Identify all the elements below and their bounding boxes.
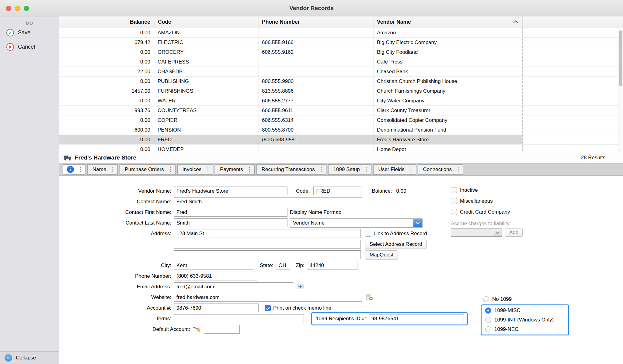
table-row[interactable]: 0.00 AMAZON Amazon bbox=[59, 28, 618, 38]
recipient-id-field[interactable] bbox=[369, 314, 464, 323]
save-label: Save bbox=[18, 29, 30, 36]
table-row[interactable]: 0.00 FRED (800) 633-9581 Fred's Hardware… bbox=[59, 135, 618, 145]
email-row: Email Address: bbox=[59, 281, 623, 292]
tab-invoices[interactable]: Invoices ⋮ bbox=[177, 164, 213, 175]
drag-handle-icon: ⋮ bbox=[455, 167, 461, 172]
collapse-label: Collapse bbox=[16, 355, 36, 361]
broom-icon[interactable] bbox=[193, 326, 201, 333]
address-line2-field[interactable] bbox=[174, 240, 361, 249]
sidebar: DO ✓ Save × Cancel « Collapse bbox=[0, 16, 59, 364]
table-row[interactable]: 0.00 COPIER 606.555.6314 Consolidated Co… bbox=[59, 115, 618, 125]
tab-1099-setup[interactable]: 1099 Setup ⋮ bbox=[328, 164, 371, 175]
record-title: Fred's Hardware Store bbox=[75, 154, 136, 161]
link-address-label: Link to Address Record bbox=[374, 231, 427, 237]
dropdown-arrow-icon[interactable] bbox=[494, 228, 502, 236]
select-address-record-button[interactable]: Select Address Record bbox=[365, 240, 427, 249]
code-field[interactable] bbox=[313, 187, 361, 195]
table-row[interactable]: 1457.00 FURNISHINGS 813.555.8896 Church … bbox=[59, 86, 618, 96]
balance-value: 0.00 bbox=[396, 188, 406, 194]
state-field[interactable] bbox=[276, 261, 290, 270]
tab-list: Name ⋮ Purchase Orders ⋮ Invoices ⋮ bbox=[87, 164, 465, 175]
default-account-field[interactable] bbox=[204, 325, 240, 334]
address-line1-field[interactable] bbox=[174, 229, 361, 238]
contact-name-field[interactable] bbox=[174, 197, 362, 206]
contact-last-name-label: Contact Last Name: bbox=[59, 220, 171, 226]
table-row[interactable]: 0.00 WATER 606.555.2777 City Water Compa… bbox=[59, 96, 618, 106]
website-field[interactable] bbox=[174, 293, 362, 302]
city-field[interactable] bbox=[174, 261, 254, 270]
vendor-name-field[interactable] bbox=[174, 187, 287, 195]
checkbox-credit-card-company[interactable]: Credit Card Company bbox=[451, 207, 523, 218]
traffic-lights bbox=[6, 6, 29, 11]
address-line3-field[interactable] bbox=[174, 250, 361, 259]
column-header-vendor-name[interactable]: Vendor Name bbox=[374, 16, 522, 28]
close-button[interactable] bbox=[6, 6, 11, 11]
mapquest-button[interactable]: MapQuest bbox=[365, 250, 398, 259]
table-row[interactable]: 679.42 ELECTRIC 606.555.9166 Big City El… bbox=[59, 38, 618, 47]
contact-name-row: Contact Name: bbox=[59, 196, 623, 207]
tab-name[interactable]: Name ⋮ bbox=[87, 164, 118, 175]
radio-1099-int-windows-only-[interactable]: 1099-INT (Windows Only) bbox=[485, 315, 568, 325]
table-row[interactable]: 0.00 HOMEDEP Home Depot bbox=[59, 145, 618, 152]
display-name-format-dropdown[interactable]: Vendor Name bbox=[290, 218, 423, 228]
tab-info[interactable]: i ⋮ bbox=[63, 164, 85, 175]
contact-first-name-field[interactable] bbox=[174, 208, 287, 217]
zoom-button[interactable] bbox=[24, 6, 29, 11]
table-row[interactable]: 993.76 COUNTYTREAS 606.555.9611 Clark Co… bbox=[59, 106, 618, 115]
accrue-liability-dropdown[interactable] bbox=[451, 228, 502, 237]
minimize-button[interactable] bbox=[15, 6, 20, 11]
collapse-button[interactable]: « Collapse bbox=[0, 351, 59, 364]
dropdown-arrow-icon[interactable] bbox=[413, 219, 422, 227]
checkbox-icon bbox=[451, 209, 457, 215]
table-row[interactable]: 22.00 CHASEDB Chased Bank bbox=[59, 67, 618, 77]
double-chevron-left-icon: « bbox=[5, 354, 12, 362]
terms-field[interactable] bbox=[174, 314, 304, 323]
zip-field[interactable] bbox=[307, 261, 357, 270]
checkbox-inactive[interactable]: Inactive bbox=[451, 185, 523, 196]
radio-group-highlight-box: 1099-MISC 1099-INT (Windows Only) 1099-N… bbox=[481, 304, 569, 335]
radio-no-1099[interactable]: No 1099 bbox=[483, 295, 512, 304]
radio-1099-misc[interactable]: 1099-MISC bbox=[485, 306, 568, 315]
tab-payments[interactable]: Payments ⋮ bbox=[215, 164, 255, 175]
table-row[interactable]: 0.00 PUBLISHING 800.555.9900 Christian C… bbox=[59, 77, 618, 86]
checkbox-icon bbox=[451, 198, 457, 204]
column-header-empty bbox=[522, 16, 623, 28]
account-field[interactable] bbox=[174, 304, 259, 312]
add-liability-button[interactable]: Add bbox=[505, 228, 523, 237]
save-button[interactable]: ✓ Save bbox=[0, 26, 59, 40]
balance-label: Balance: bbox=[372, 188, 392, 194]
table-row[interactable]: 600.00 PENSION 800.555.8700 Denomination… bbox=[59, 125, 618, 135]
city-state-zip-row: City: State: Zip: bbox=[59, 260, 623, 271]
tab-recurring-transactions[interactable]: Recurring Transactions ⋮ bbox=[256, 164, 326, 175]
vendor-records-window: Vendor Records DO ✓ Save × Cancel « Coll… bbox=[0, 0, 623, 364]
address-row-3: MapQuest bbox=[59, 249, 623, 260]
tab-user-fields[interactable]: User Fields ⋮ bbox=[373, 164, 416, 175]
code-label: Code: bbox=[296, 188, 310, 194]
address-row-1: Address: Link to Address Record bbox=[59, 228, 623, 239]
recipient-id-label: 1099 Recipient's ID #: bbox=[316, 316, 366, 322]
checkbox-miscellaneous[interactable]: Miscellaneous bbox=[451, 196, 523, 207]
table-row[interactable]: 0.00 CAFEPRESS Cafe Press bbox=[59, 57, 618, 67]
web-page-icon[interactable] bbox=[366, 294, 373, 301]
drag-handle-icon: ⋮ bbox=[364, 167, 369, 172]
print-memo-checkbox[interactable] bbox=[265, 305, 271, 311]
send-email-icon[interactable] bbox=[297, 283, 304, 290]
tab-connections[interactable]: Connections ⋮ bbox=[418, 164, 464, 175]
default-account-label: Default Account: bbox=[59, 326, 190, 332]
radio-1099-nec[interactable]: 1099-NEC bbox=[485, 325, 568, 334]
check-circle-icon: ✓ bbox=[6, 29, 14, 36]
link-address-checkbox[interactable] bbox=[365, 231, 371, 237]
cancel-button[interactable]: × Cancel bbox=[0, 40, 59, 54]
website-label: Website: bbox=[59, 294, 171, 300]
column-header-phone[interactable]: Phone Number bbox=[259, 16, 374, 28]
email-field[interactable] bbox=[174, 282, 293, 291]
form-right-column: Inactive Miscellaneous Credit Card Compa… bbox=[451, 185, 523, 237]
table-row[interactable]: 0.00 GROCERY 606.555.9162 Big City Foodl… bbox=[59, 47, 618, 57]
tab-purchase-orders[interactable]: Purchase Orders ⋮ bbox=[120, 164, 176, 175]
column-header-balance[interactable]: Balance bbox=[59, 16, 155, 28]
scrollbar-thumb[interactable] bbox=[619, 30, 622, 86]
column-header-code[interactable]: Code bbox=[155, 16, 259, 28]
contact-last-name-field[interactable] bbox=[174, 218, 287, 227]
phone-field[interactable] bbox=[174, 272, 257, 280]
window-title: Vendor Records bbox=[0, 0, 623, 16]
